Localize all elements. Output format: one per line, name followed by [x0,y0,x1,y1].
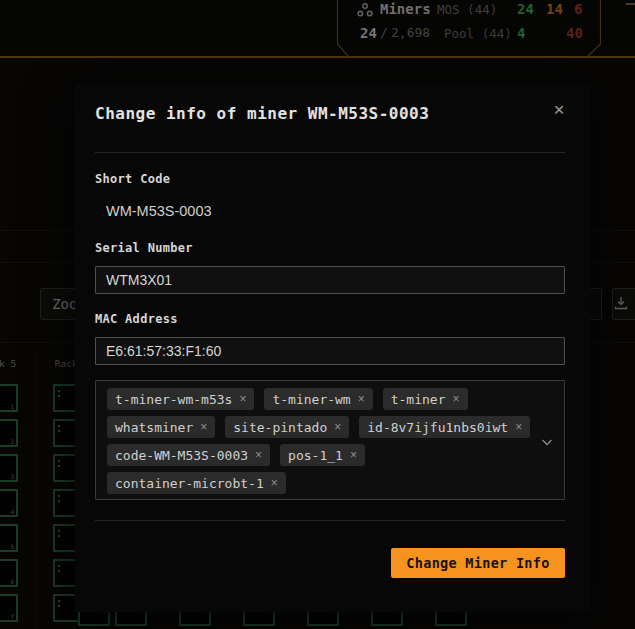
screen: Miners MOS (44) 24 14 6 24 / 2,698 Pool … [0,0,635,629]
tag-remove-icon[interactable]: × [239,392,246,406]
tag-label: site-pintado [233,420,327,435]
tag-remove-icon[interactable]: × [334,420,341,434]
serial-number-label: Serial Number [95,241,193,255]
change-miner-info-button[interactable]: Change Miner Info [391,548,565,578]
tag-label: container-microbt-1 [115,476,264,491]
tag-remove-icon[interactable]: × [200,420,207,434]
close-icon[interactable]: × [546,97,572,123]
tag-rows: t-miner-wm-m53s×t-miner-wm×t-miner×whats… [107,388,530,494]
modal-header-divider [95,152,565,153]
tag-label: pos-1_1 [288,448,343,463]
tag-remove-icon[interactable]: × [350,448,357,462]
tag-label: t-miner-wm-m53s [115,392,232,407]
tag-label: id-8v7ijfu1nbs0iwt [367,420,508,435]
tag-chip[interactable]: site-pintado× [225,416,349,438]
tag-remove-icon[interactable]: × [271,476,278,490]
tag-label: t-miner-wm [272,392,350,407]
tag-chip[interactable]: id-8v7ijfu1nbs0iwt× [359,416,530,438]
short-code-label: Short Code [95,172,170,186]
modal-footer-divider [95,520,565,521]
tag-chip[interactable]: code-WM-M53S-0003× [107,444,270,466]
tag-remove-icon[interactable]: × [453,392,460,406]
tag-chip[interactable]: t-miner-wm× [264,388,372,410]
tag-chip[interactable]: t-miner× [383,388,468,410]
mac-address-label: MAC Address [95,312,178,326]
tag-label: whatsminer [115,420,193,435]
tag-label: code-WM-M53S-0003 [115,448,248,463]
tag-remove-icon[interactable]: × [255,448,262,462]
change-miner-info-modal: Change info of miner WM-M53S-0003 × Shor… [75,83,590,612]
tag-chip[interactable]: t-miner-wm-m53s× [107,388,254,410]
tag-remove-icon[interactable]: × [515,420,522,434]
modal-title: Change info of miner WM-M53S-0003 [95,104,429,123]
serial-number-input[interactable] [95,266,565,294]
tag-chip[interactable]: pos-1_1× [280,444,365,466]
tags-box[interactable]: t-miner-wm-m53s×t-miner-wm×t-miner×whats… [95,380,565,500]
tag-label: t-miner [391,392,446,407]
tag-remove-icon[interactable]: × [358,392,365,406]
chevron-down-icon[interactable] [540,434,554,448]
tag-chip[interactable]: container-microbt-1× [107,472,286,494]
tag-chip[interactable]: whatsminer× [107,416,215,438]
mac-address-input[interactable] [95,337,565,365]
short-code-value: WM-M53S-0003 [106,203,212,219]
